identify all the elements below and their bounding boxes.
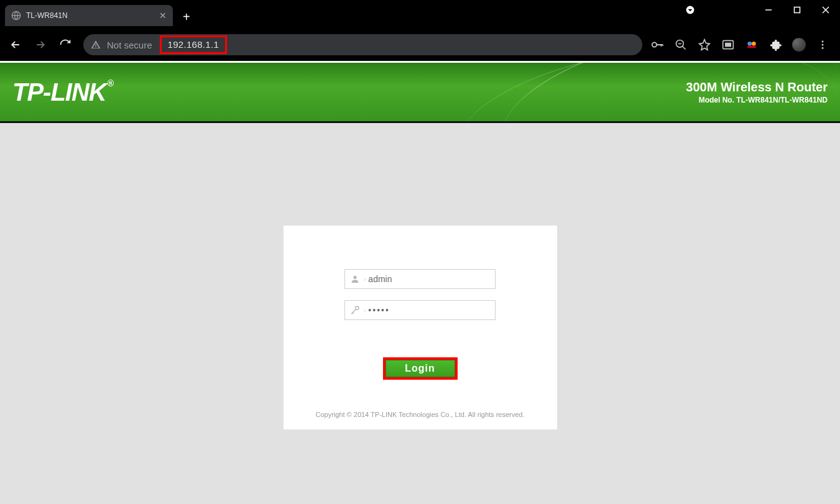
login-card: › › Login Copyright © 2014 TP-LINK Techn…	[284, 226, 557, 429]
address-bar[interactable]: Not secure 192.168.1.1	[83, 34, 642, 55]
star-icon[interactable]	[697, 37, 712, 52]
username-input[interactable]	[368, 274, 495, 284]
password-input[interactable]	[368, 305, 495, 315]
back-button[interactable]	[5, 34, 26, 55]
brand-logo: TP-LINK ®	[12, 78, 113, 106]
svg-point-6	[652, 42, 657, 47]
tab-close-icon[interactable]: ✕	[159, 11, 167, 21]
warning-icon	[91, 40, 101, 50]
svg-rect-14	[747, 46, 755, 48]
svg-point-12	[747, 42, 752, 46]
reader-icon[interactable]	[721, 37, 736, 52]
svg-line-8	[683, 47, 686, 50]
login-button-highlight: Login	[383, 357, 458, 380]
reload-button[interactable]	[55, 34, 76, 55]
browser-toolbar: Not secure 192.168.1.1	[0, 29, 840, 61]
username-field-wrap: ›	[344, 269, 496, 289]
minimize-button[interactable]	[754, 0, 783, 20]
browser-tab[interactable]: TL-WR841N ✕	[5, 5, 173, 26]
registered-mark: ®	[108, 78, 113, 88]
new-tab-button[interactable]: +	[180, 7, 193, 27]
svg-point-13	[752, 42, 756, 46]
globe-icon	[11, 11, 21, 21]
router-header: TP-LINK ® 300M Wireless N Router Model N…	[0, 61, 840, 123]
avatar[interactable]	[792, 37, 806, 52]
forward-button[interactable]	[30, 34, 51, 55]
page-content: TP-LINK ® 300M Wireless N Router Model N…	[0, 61, 840, 504]
product-name: 300M Wireless N Router	[686, 80, 828, 94]
window-titlebar: TL-WR841N ✕ +	[0, 0, 840, 29]
extensions-icon[interactable]	[768, 37, 783, 52]
url-text: 192.168.1.1	[165, 39, 222, 50]
login-button[interactable]: Login	[385, 360, 455, 377]
svg-rect-3	[795, 7, 800, 13]
tab-title: TL-WR841N	[26, 11, 154, 20]
window-close-button[interactable]	[811, 0, 840, 20]
not-secure-label: Not secure	[107, 40, 152, 50]
copyright-text: Copyright © 2014 TP-LINK Technologies Co…	[284, 411, 557, 418]
model-number: Model No. TL-WR841N/TL-WR841ND	[686, 96, 828, 104]
svg-point-18	[353, 276, 356, 279]
router-info: 300M Wireless N Router Model No. TL-WR84…	[686, 80, 840, 104]
user-icon	[345, 274, 365, 284]
svg-rect-11	[725, 43, 731, 47]
password-field-wrap: ›	[344, 300, 496, 320]
svg-point-16	[822, 44, 824, 46]
extension-icon-1[interactable]	[744, 37, 759, 52]
url-highlight-box: 192.168.1.1	[160, 35, 228, 54]
key-icon[interactable]	[650, 37, 665, 52]
key-icon	[345, 305, 365, 315]
chevron-right-icon: ›	[364, 276, 366, 283]
window-controls	[676, 0, 840, 20]
zoom-out-icon[interactable]	[673, 37, 688, 52]
svg-point-15	[822, 40, 824, 42]
menu-icon[interactable]	[815, 37, 830, 52]
svg-point-17	[822, 47, 824, 49]
maximize-button[interactable]	[783, 0, 811, 20]
brand-text: TP-LINK	[12, 78, 106, 106]
chevron-right-icon: ›	[364, 307, 366, 314]
notification-icon[interactable]	[676, 0, 704, 20]
svg-point-19	[356, 306, 359, 309]
